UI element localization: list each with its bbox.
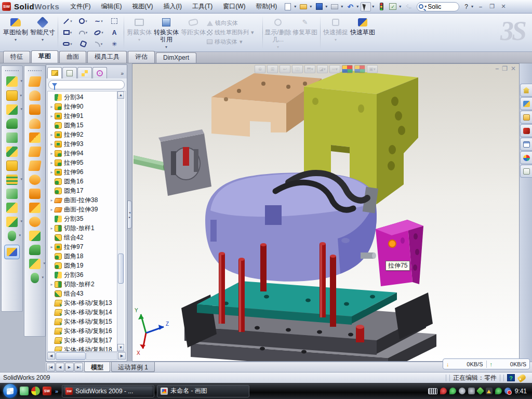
custom-properties-tab[interactable] xyxy=(520,165,532,178)
menu-edit[interactable]: 编辑(E) xyxy=(97,1,127,12)
arc-tool[interactable]: ▾ xyxy=(75,27,91,38)
fillet-icon[interactable] xyxy=(6,104,18,115)
curve-tool-icon[interactable] xyxy=(8,231,16,241)
antivirus-tray-icon[interactable] xyxy=(440,388,447,394)
next-tab-button[interactable]: ▶ xyxy=(65,363,74,371)
offset-surface-icon[interactable] xyxy=(28,147,42,157)
tree-item[interactable]: ▸拉伸95 xyxy=(49,158,117,167)
draft-icon[interactable] xyxy=(6,147,18,157)
part-gray-clamp[interactable] xyxy=(134,129,211,196)
menu-insert[interactable]: 插入(I) xyxy=(159,1,187,12)
input-language-icon[interactable] xyxy=(428,388,437,394)
sync-tray-icon[interactable] xyxy=(476,387,484,395)
doc-close-button[interactable]: ✕ xyxy=(511,65,516,72)
resources-tab[interactable] xyxy=(520,84,532,97)
design-library-tab[interactable] xyxy=(520,97,532,110)
help-button[interactable]: ? xyxy=(462,2,470,12)
revolved-boss-icon[interactable] xyxy=(6,90,18,101)
tree-item[interactable]: 组合43 xyxy=(49,289,117,298)
graphics-viewport[interactable]: Y Z X ⊕ ⊞ ↩ ◫ ⬒▾ ◪▾ ∞▾ ▾ ▣▾ – ❐ ✕ 拉伸75 xyxy=(132,63,520,362)
tree-item[interactable]: ▸拉伸90 xyxy=(49,102,117,111)
search-box[interactable]: ▾ xyxy=(417,2,459,11)
extend-surface-icon[interactable] xyxy=(29,203,41,213)
quicklaunch-app-icon[interactable] xyxy=(31,387,40,395)
reference-geometry-icon[interactable] xyxy=(6,217,18,227)
menu-file[interactable]: 文件(F) xyxy=(65,1,95,12)
volume-tray-icon[interactable] xyxy=(468,388,475,394)
tree-item[interactable]: ▸拉伸93 xyxy=(49,139,117,149)
tree-item[interactable]: ▸切除-放样2 xyxy=(49,280,117,289)
tree-item[interactable]: ▸切除-放样1 xyxy=(49,223,117,233)
tree-item[interactable]: 圆角19 xyxy=(49,261,117,270)
slot-tool[interactable]: ▾ xyxy=(60,38,75,50)
3d-model-assembly[interactable]: Y Z X xyxy=(132,64,520,362)
revolved-surface-icon[interactable] xyxy=(29,90,41,101)
menu-help[interactable]: 帮助(H) xyxy=(251,1,282,12)
security-shield-tray-icon[interactable] xyxy=(449,388,456,394)
model-tab[interactable]: 模型 xyxy=(84,362,110,372)
undo-button[interactable]: ↶ xyxy=(345,2,355,11)
tree-item[interactable]: ▸拉伸91 xyxy=(49,111,117,121)
tab-dimxpert[interactable]: DimXpert xyxy=(156,52,196,63)
file-explorer-tab[interactable] xyxy=(520,111,532,124)
taskbar-clock[interactable]: 9:41 xyxy=(515,388,527,395)
select-button[interactable] xyxy=(361,2,371,11)
boundary-surface-icon[interactable] xyxy=(29,132,41,143)
edit-appearance-icon[interactable] xyxy=(342,65,353,73)
scroll-right-button[interactable]: ▶ xyxy=(118,352,126,360)
tree-item[interactable]: 圆角16 xyxy=(49,177,117,186)
tab-sketch[interactable]: 草图 xyxy=(31,50,58,63)
tree-item[interactable]: 实体-移动/复制17 xyxy=(49,336,117,345)
tree-item[interactable]: 分割35 xyxy=(49,214,117,223)
chamfer-icon[interactable] xyxy=(6,118,18,129)
section-view-icon[interactable]: ◫ xyxy=(292,65,303,73)
open-dropdown[interactable]: ▾ xyxy=(310,4,312,9)
delete-face-icon[interactable] xyxy=(29,245,41,255)
smart-dimension-button[interactable]: 智能尺寸▾ xyxy=(29,15,56,50)
display-style-icon[interactable]: ◪▾ xyxy=(317,65,328,73)
tree-item[interactable]: 圆角18 xyxy=(49,251,117,261)
replace-face-icon[interactable] xyxy=(29,259,41,269)
propertymanager-tab[interactable] xyxy=(62,67,77,78)
new-dropdown[interactable]: ▾ xyxy=(294,4,296,9)
tree-item[interactable]: 实体-移动/复制14 xyxy=(49,308,117,317)
tree-tabs-more-button[interactable]: » xyxy=(118,71,126,78)
text-tool[interactable]: A xyxy=(107,27,122,38)
panel-splitter-handle[interactable]: ◂ ▸ xyxy=(127,201,132,229)
hide-show-items-icon[interactable]: ∞▾ xyxy=(329,65,340,73)
freeform-icon[interactable] xyxy=(31,273,39,283)
start-button[interactable] xyxy=(3,384,17,398)
tree-item[interactable]: ▸拉伸97 xyxy=(49,242,117,251)
tab-surfaces[interactable]: 曲面 xyxy=(59,51,86,63)
save-button[interactable] xyxy=(314,2,324,11)
first-tab-button[interactable]: |◀ xyxy=(46,363,55,371)
sketch-fillet-tool[interactable]: ▾ xyxy=(91,38,107,50)
network-warning-tray-icon[interactable] xyxy=(486,388,493,394)
hscrollbar-thumb[interactable] xyxy=(56,352,86,360)
polygon-tool[interactable] xyxy=(75,38,91,50)
lofted-surface-icon[interactable] xyxy=(29,118,41,129)
tree-item[interactable]: ▸曲面-拉伸39 xyxy=(49,205,117,214)
tree-item[interactable]: 组合42 xyxy=(49,233,117,242)
extruded-surface-icon[interactable] xyxy=(28,76,42,87)
motion-study-tab[interactable]: 运动算例 1 xyxy=(111,362,155,372)
quick-tips-button[interactable]: ? xyxy=(507,374,515,381)
quicklaunch-solidworks-icon[interactable]: SW xyxy=(43,387,51,395)
sketch-button[interactable]: 草图绘制▾ xyxy=(2,15,29,50)
print-button[interactable] xyxy=(329,2,340,11)
search-input[interactable] xyxy=(428,3,455,10)
line-tool[interactable]: ▾ xyxy=(60,16,75,27)
featuremanager-tab[interactable] xyxy=(47,67,62,78)
tree-item[interactable]: 分割36 xyxy=(49,270,117,280)
doc-minimize-button[interactable]: – xyxy=(495,65,499,72)
ellipse-tool[interactable]: ▾ xyxy=(91,27,107,38)
tree-item[interactable]: ▸拉伸94 xyxy=(49,149,117,158)
doc-restore-button[interactable]: ❐ xyxy=(502,65,508,72)
minimize-button[interactable]: – xyxy=(475,3,486,11)
tree-filter-box[interactable] xyxy=(48,80,125,89)
combine-tool-icon[interactable] xyxy=(6,203,18,213)
tree-vertical-scrollbar[interactable]: ▲ ▼ xyxy=(117,91,124,351)
part-magenta-block[interactable] xyxy=(376,220,423,286)
toolbox-tab[interactable] xyxy=(520,124,532,137)
help-dropdown[interactable]: ▾ xyxy=(471,4,473,9)
